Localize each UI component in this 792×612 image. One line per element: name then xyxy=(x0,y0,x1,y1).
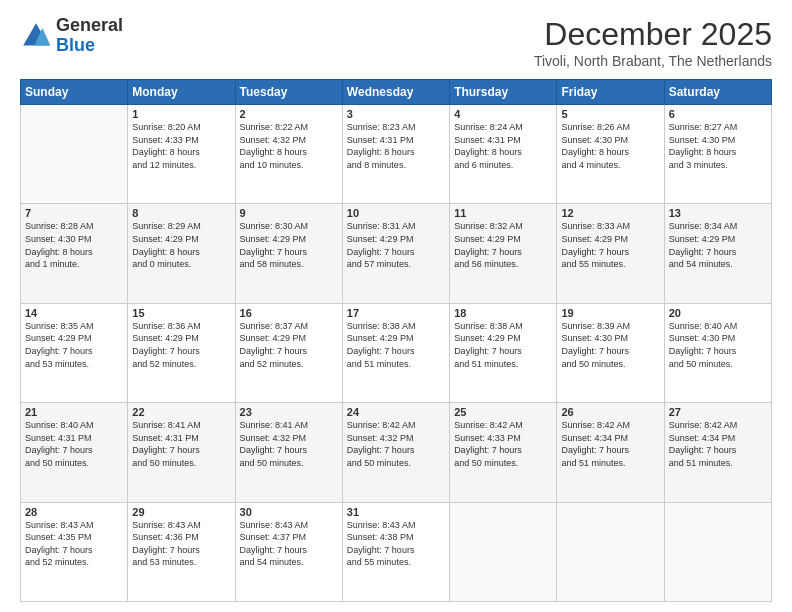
calendar-cell: 10Sunrise: 8:31 AMSunset: 4:29 PMDayligh… xyxy=(342,204,449,303)
day-number: 18 xyxy=(454,307,552,319)
day-number: 28 xyxy=(25,506,123,518)
calendar-cell: 2Sunrise: 8:22 AMSunset: 4:32 PMDaylight… xyxy=(235,105,342,204)
title-block: December 2025 Tivoli, North Brabant, The… xyxy=(534,16,772,69)
calendar-cell: 4Sunrise: 8:24 AMSunset: 4:31 PMDaylight… xyxy=(450,105,557,204)
calendar-cell: 27Sunrise: 8:42 AMSunset: 4:34 PMDayligh… xyxy=(664,403,771,502)
cell-sun-info: Sunrise: 8:41 AMSunset: 4:32 PMDaylight:… xyxy=(240,419,338,469)
day-number: 27 xyxy=(669,406,767,418)
weekday-header-thursday: Thursday xyxy=(450,80,557,105)
day-number: 31 xyxy=(347,506,445,518)
calendar-cell: 31Sunrise: 8:43 AMSunset: 4:38 PMDayligh… xyxy=(342,502,449,601)
cell-sun-info: Sunrise: 8:43 AMSunset: 4:36 PMDaylight:… xyxy=(132,519,230,569)
cell-sun-info: Sunrise: 8:23 AMSunset: 4:31 PMDaylight:… xyxy=(347,121,445,171)
cell-sun-info: Sunrise: 8:40 AMSunset: 4:31 PMDaylight:… xyxy=(25,419,123,469)
cell-sun-info: Sunrise: 8:24 AMSunset: 4:31 PMDaylight:… xyxy=(454,121,552,171)
calendar-cell: 6Sunrise: 8:27 AMSunset: 4:30 PMDaylight… xyxy=(664,105,771,204)
weekday-header-tuesday: Tuesday xyxy=(235,80,342,105)
calendar-week-row: 7Sunrise: 8:28 AMSunset: 4:30 PMDaylight… xyxy=(21,204,772,303)
day-number: 9 xyxy=(240,207,338,219)
calendar-cell: 1Sunrise: 8:20 AMSunset: 4:33 PMDaylight… xyxy=(128,105,235,204)
day-number: 25 xyxy=(454,406,552,418)
calendar-table: SundayMondayTuesdayWednesdayThursdayFrid… xyxy=(20,79,772,602)
calendar-cell xyxy=(450,502,557,601)
day-number: 30 xyxy=(240,506,338,518)
day-number: 19 xyxy=(561,307,659,319)
cell-sun-info: Sunrise: 8:42 AMSunset: 4:33 PMDaylight:… xyxy=(454,419,552,469)
logo: General Blue xyxy=(20,16,123,56)
calendar-cell: 21Sunrise: 8:40 AMSunset: 4:31 PMDayligh… xyxy=(21,403,128,502)
calendar-cell: 3Sunrise: 8:23 AMSunset: 4:31 PMDaylight… xyxy=(342,105,449,204)
day-number: 20 xyxy=(669,307,767,319)
day-number: 22 xyxy=(132,406,230,418)
calendar-cell: 9Sunrise: 8:30 AMSunset: 4:29 PMDaylight… xyxy=(235,204,342,303)
weekday-header-monday: Monday xyxy=(128,80,235,105)
cell-sun-info: Sunrise: 8:28 AMSunset: 4:30 PMDaylight:… xyxy=(25,220,123,270)
calendar-week-row: 1Sunrise: 8:20 AMSunset: 4:33 PMDaylight… xyxy=(21,105,772,204)
day-number: 1 xyxy=(132,108,230,120)
weekday-header-friday: Friday xyxy=(557,80,664,105)
calendar-cell: 30Sunrise: 8:43 AMSunset: 4:37 PMDayligh… xyxy=(235,502,342,601)
day-number: 8 xyxy=(132,207,230,219)
calendar-cell: 16Sunrise: 8:37 AMSunset: 4:29 PMDayligh… xyxy=(235,303,342,402)
month-title: December 2025 xyxy=(534,16,772,53)
calendar-cell xyxy=(664,502,771,601)
logo-text: General Blue xyxy=(56,16,123,56)
calendar-cell: 11Sunrise: 8:32 AMSunset: 4:29 PMDayligh… xyxy=(450,204,557,303)
calendar-cell: 29Sunrise: 8:43 AMSunset: 4:36 PMDayligh… xyxy=(128,502,235,601)
cell-sun-info: Sunrise: 8:20 AMSunset: 4:33 PMDaylight:… xyxy=(132,121,230,171)
day-number: 26 xyxy=(561,406,659,418)
calendar-cell: 5Sunrise: 8:26 AMSunset: 4:30 PMDaylight… xyxy=(557,105,664,204)
weekday-header-sunday: Sunday xyxy=(21,80,128,105)
weekday-header-saturday: Saturday xyxy=(664,80,771,105)
cell-sun-info: Sunrise: 8:27 AMSunset: 4:30 PMDaylight:… xyxy=(669,121,767,171)
cell-sun-info: Sunrise: 8:42 AMSunset: 4:34 PMDaylight:… xyxy=(561,419,659,469)
calendar-cell: 12Sunrise: 8:33 AMSunset: 4:29 PMDayligh… xyxy=(557,204,664,303)
calendar-cell: 7Sunrise: 8:28 AMSunset: 4:30 PMDaylight… xyxy=(21,204,128,303)
cell-sun-info: Sunrise: 8:22 AMSunset: 4:32 PMDaylight:… xyxy=(240,121,338,171)
calendar-cell: 23Sunrise: 8:41 AMSunset: 4:32 PMDayligh… xyxy=(235,403,342,502)
day-number: 21 xyxy=(25,406,123,418)
cell-sun-info: Sunrise: 8:34 AMSunset: 4:29 PMDaylight:… xyxy=(669,220,767,270)
cell-sun-info: Sunrise: 8:32 AMSunset: 4:29 PMDaylight:… xyxy=(454,220,552,270)
day-number: 16 xyxy=(240,307,338,319)
calendar-cell: 28Sunrise: 8:43 AMSunset: 4:35 PMDayligh… xyxy=(21,502,128,601)
cell-sun-info: Sunrise: 8:40 AMSunset: 4:30 PMDaylight:… xyxy=(669,320,767,370)
cell-sun-info: Sunrise: 8:38 AMSunset: 4:29 PMDaylight:… xyxy=(347,320,445,370)
calendar-cell: 17Sunrise: 8:38 AMSunset: 4:29 PMDayligh… xyxy=(342,303,449,402)
cell-sun-info: Sunrise: 8:39 AMSunset: 4:30 PMDaylight:… xyxy=(561,320,659,370)
day-number: 11 xyxy=(454,207,552,219)
cell-sun-info: Sunrise: 8:33 AMSunset: 4:29 PMDaylight:… xyxy=(561,220,659,270)
calendar-cell: 14Sunrise: 8:35 AMSunset: 4:29 PMDayligh… xyxy=(21,303,128,402)
day-number: 24 xyxy=(347,406,445,418)
day-number: 3 xyxy=(347,108,445,120)
day-number: 12 xyxy=(561,207,659,219)
cell-sun-info: Sunrise: 8:26 AMSunset: 4:30 PMDaylight:… xyxy=(561,121,659,171)
day-number: 10 xyxy=(347,207,445,219)
cell-sun-info: Sunrise: 8:30 AMSunset: 4:29 PMDaylight:… xyxy=(240,220,338,270)
calendar-cell: 25Sunrise: 8:42 AMSunset: 4:33 PMDayligh… xyxy=(450,403,557,502)
day-number: 13 xyxy=(669,207,767,219)
day-number: 6 xyxy=(669,108,767,120)
location-subtitle: Tivoli, North Brabant, The Netherlands xyxy=(534,53,772,69)
logo-icon xyxy=(20,20,52,52)
cell-sun-info: Sunrise: 8:42 AMSunset: 4:32 PMDaylight:… xyxy=(347,419,445,469)
day-number: 17 xyxy=(347,307,445,319)
calendar-cell: 24Sunrise: 8:42 AMSunset: 4:32 PMDayligh… xyxy=(342,403,449,502)
calendar-cell: 15Sunrise: 8:36 AMSunset: 4:29 PMDayligh… xyxy=(128,303,235,402)
day-number: 2 xyxy=(240,108,338,120)
cell-sun-info: Sunrise: 8:37 AMSunset: 4:29 PMDaylight:… xyxy=(240,320,338,370)
weekday-header-wednesday: Wednesday xyxy=(342,80,449,105)
cell-sun-info: Sunrise: 8:35 AMSunset: 4:29 PMDaylight:… xyxy=(25,320,123,370)
cell-sun-info: Sunrise: 8:43 AMSunset: 4:38 PMDaylight:… xyxy=(347,519,445,569)
cell-sun-info: Sunrise: 8:42 AMSunset: 4:34 PMDaylight:… xyxy=(669,419,767,469)
day-number: 15 xyxy=(132,307,230,319)
cell-sun-info: Sunrise: 8:36 AMSunset: 4:29 PMDaylight:… xyxy=(132,320,230,370)
calendar-week-row: 28Sunrise: 8:43 AMSunset: 4:35 PMDayligh… xyxy=(21,502,772,601)
day-number: 23 xyxy=(240,406,338,418)
cell-sun-info: Sunrise: 8:43 AMSunset: 4:37 PMDaylight:… xyxy=(240,519,338,569)
day-number: 5 xyxy=(561,108,659,120)
day-number: 4 xyxy=(454,108,552,120)
cell-sun-info: Sunrise: 8:38 AMSunset: 4:29 PMDaylight:… xyxy=(454,320,552,370)
calendar-week-row: 14Sunrise: 8:35 AMSunset: 4:29 PMDayligh… xyxy=(21,303,772,402)
calendar-cell: 18Sunrise: 8:38 AMSunset: 4:29 PMDayligh… xyxy=(450,303,557,402)
